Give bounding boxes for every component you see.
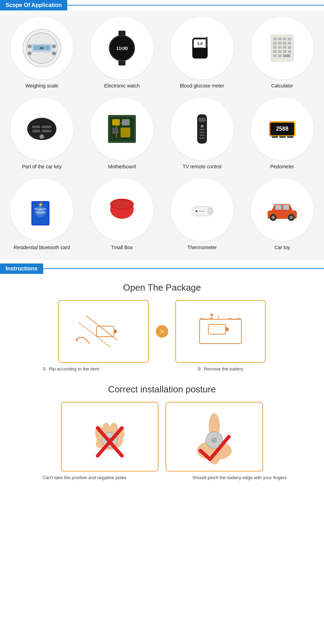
svg-text:2588: 2588 (276, 126, 288, 132)
scope-item-pedometer: 2588 Pedometer (244, 95, 321, 172)
scope-item-tmall-box: Tmall Box (84, 176, 160, 253)
scope-header-label: Scope Of Application (0, 0, 67, 10)
scope-item-calculator: Calculator (244, 14, 321, 91)
svg-rect-30 (283, 42, 286, 45)
car-key-icon (21, 108, 63, 150)
svg-rect-21 (206, 37, 208, 47)
svg-rect-104 (72, 312, 135, 351)
electronic-watch-icon: 11:30 (101, 27, 143, 69)
scope-item-blood-glucose-meter: 5.8 mmol/L Blood glucose meter (164, 14, 240, 91)
instructions-header: Instructions (0, 263, 324, 274)
scope-header: Scope Of Application (0, 0, 324, 10)
step1-illustration (65, 305, 142, 358)
svg-rect-56 (112, 128, 118, 134)
svg-rect-75 (287, 136, 293, 138)
svg-point-7 (28, 52, 31, 55)
svg-rect-95 (199, 210, 206, 212)
instructions-section: Open The Package > (0, 282, 324, 491)
pedometer-icon: 2588 (261, 108, 303, 150)
step2-num: ② (197, 366, 201, 371)
svg-point-5 (28, 45, 31, 48)
svg-point-129 (211, 437, 217, 443)
scope-circle-car-toy (251, 178, 314, 241)
blood-glucose-meter-icon: 5.8 mmol/L (181, 27, 223, 69)
svg-rect-57 (121, 128, 130, 137)
svg-rect-112 (226, 328, 229, 331)
correct-installation-steps (7, 402, 317, 472)
step1-text: Rip according to the dent (49, 366, 99, 371)
svg-point-103 (290, 216, 293, 219)
scope-circle-blood-glucose-meter: 5.8 mmol/L (171, 17, 233, 79)
scope-item-motherboard: Motherboard (84, 95, 160, 172)
scope-circle-motherboard (91, 98, 153, 160)
svg-rect-49 (42, 130, 52, 132)
scope-label-car-toy: Car toy (274, 245, 290, 250)
svg-text:Bluetooth: Bluetooth (34, 207, 46, 210)
instructions-header-line (43, 268, 324, 269)
scope-item-car-toy: Car toy (244, 176, 321, 253)
scope-circle-weighing-scale: 80 (10, 17, 73, 79)
svg-rect-29 (278, 42, 281, 45)
svg-rect-74 (279, 136, 286, 138)
svg-rect-31 (288, 42, 291, 45)
svg-rect-108 (114, 330, 117, 333)
step-arrow: > (156, 325, 168, 338)
svg-point-94 (195, 210, 198, 212)
svg-text:⚡: ⚡ (38, 202, 44, 208)
scope-label-bluetooth-card: Residential bluetooth card (14, 245, 70, 250)
svg-rect-46 (32, 125, 40, 128)
scope-circle-bluetooth-card: Bluetooth Induction ⚡ (10, 178, 73, 241)
svg-point-6 (52, 45, 56, 48)
step2-desc: ② Remove the battery (194, 366, 285, 371)
svg-rect-63 (199, 118, 206, 122)
step1-num: ① (42, 366, 46, 371)
scope-label-motherboard: Motherboard (108, 164, 136, 169)
scope-section: 80 Weighing scale 11:30 (0, 10, 324, 260)
svg-rect-48 (42, 125, 52, 128)
scope-circle-tv-remote (171, 98, 233, 160)
scope-label-weighing-scale: Weighing scale (25, 83, 59, 89)
svg-rect-98 (275, 205, 281, 210)
bluetooth-card-icon: Bluetooth Induction ⚡ (21, 189, 63, 231)
svg-rect-41 (278, 54, 281, 57)
correct-installation-title: Correct installation posture (7, 384, 317, 395)
svg-rect-27 (288, 38, 291, 40)
open-package-steps: > (7, 300, 317, 363)
svg-rect-66 (199, 132, 205, 133)
step-box-2 (175, 300, 266, 363)
svg-rect-34 (283, 46, 286, 49)
svg-text:80: 80 (40, 46, 44, 50)
scope-circle-electronic-watch: 11:30 (91, 17, 153, 79)
svg-point-88 (111, 200, 132, 208)
svg-rect-55 (122, 119, 130, 125)
scope-item-bluetooth-card: Bluetooth Induction ⚡ Residential blueto… (3, 176, 80, 253)
scope-label-pedometer: Pedometer (270, 164, 294, 169)
scope-circle-car-key (10, 98, 73, 160)
scope-grid: 80 Weighing scale 11:30 (3, 14, 321, 253)
svg-rect-36 (273, 50, 277, 53)
svg-rect-38 (283, 50, 286, 53)
step2-text: Remove the battery (204, 366, 243, 371)
scope-item-car-key: Part of the car key (3, 95, 80, 172)
scope-circle-pedometer: 2588 (251, 98, 314, 160)
correct-desc-right: Should pinch the battery edge with your … (191, 475, 288, 480)
scope-item-electronic-watch: 11:30 Electronic watch (84, 14, 160, 91)
correct-desc-wrong: Can't take the positive and negative pol… (36, 475, 133, 480)
scope-circle-tmall-box (91, 178, 153, 241)
svg-rect-37 (278, 50, 281, 53)
wrong-posture-illustration (64, 405, 155, 468)
calculator-icon (261, 27, 303, 69)
scope-label-electronic-watch: Electronic watch (104, 83, 140, 89)
svg-text:mmol/L: mmol/L (196, 46, 203, 48)
svg-rect-32 (273, 46, 277, 49)
thermometer-icon (181, 189, 223, 231)
svg-rect-47 (32, 130, 40, 132)
weighing-scale-icon: 80 (21, 27, 63, 69)
scope-item-weighing-scale: 80 Weighing scale (3, 14, 80, 91)
motherboard-icon (101, 108, 143, 150)
scope-item-thermometer: Thermometer (164, 176, 240, 253)
instructions-header-label: Instructions (0, 263, 43, 274)
scope-header-line (67, 5, 324, 6)
step1-desc: ① Rip according to the dent (39, 366, 130, 371)
svg-rect-54 (112, 119, 120, 125)
